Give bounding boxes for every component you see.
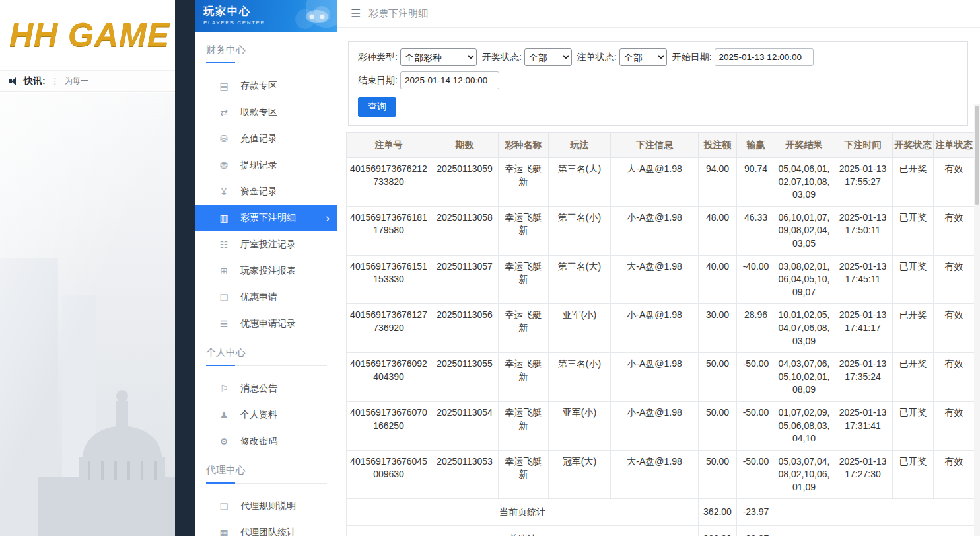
- sidebar-item-announcements[interactable]: ⚐消息公告: [195, 375, 337, 402]
- cell-win-loss: -40.00: [737, 255, 775, 304]
- summary-label: 总统计: [347, 526, 699, 536]
- screen: HH GAME 快讯: ⋮ 为每一—: [0, 0, 980, 536]
- cell-order-status: 有效: [934, 401, 975, 450]
- cell-play-type: 第三名(大): [549, 255, 611, 304]
- cell-bet-time: 2025-01-13 17:27:30: [833, 450, 893, 499]
- summary-filler: [775, 499, 975, 526]
- start-date-label: 开始日期:: [672, 52, 712, 63]
- sidebar-item-change-password[interactable]: ⚙修改密码: [195, 428, 337, 455]
- sidebar-item-withdrawal-records[interactable]: ⛃提现记录: [195, 152, 337, 178]
- lottery-type-filter: 彩种类型: 全部彩种: [358, 48, 477, 66]
- cell-lottery-name: 幸运飞艇新: [499, 255, 549, 304]
- order-status-select[interactable]: 全部: [619, 48, 667, 66]
- cell-lottery-name: 幸运飞艇新: [499, 353, 549, 402]
- lottery-bet-details-icon: ▥: [218, 213, 230, 223]
- cell-play-type: 第三名(小): [549, 353, 611, 402]
- col-header-order-status: 注单状态: [934, 133, 975, 158]
- table-row: 40156917367607016625020250113054幸运飞艇新亚军(…: [347, 401, 975, 450]
- cell-win-loss: -50.00: [737, 450, 775, 499]
- summary-filler: [775, 526, 975, 536]
- cell-lottery-name: 幸运飞艇新: [499, 401, 549, 450]
- sidebar-item-lottery-bet-details[interactable]: ▥彩票下注明细›: [195, 205, 337, 231]
- sidebar-item-fund-records[interactable]: ¥资金记录: [195, 178, 337, 205]
- table-row: 40156917367615115333020250113057幸运飞艇新第三名…: [347, 255, 975, 304]
- cell-draw-status: 已开奖: [893, 450, 934, 499]
- withdraw-zone-icon: ⇄: [218, 107, 230, 118]
- sidebar-nav: 财务中心▤存款专区⇄取款专区⛁充值记录⛃提现记录¥资金记录▥彩票下注明细›☷厅室…: [195, 32, 337, 536]
- cell-bet-amount: 94.00: [699, 158, 737, 207]
- cell-bet-info: 小-A盘@1.98: [611, 401, 699, 450]
- col-header-bet-amount: 投注额: [699, 133, 737, 158]
- cell-period: 20250113059: [431, 158, 499, 207]
- order-status-label: 注单状态:: [577, 52, 617, 63]
- capitol-illustration: [0, 258, 175, 536]
- sidebar-item-promo-apply-records[interactable]: ☰优惠申请记录: [195, 311, 337, 337]
- sidebar-item-label: 消息公告: [240, 383, 277, 395]
- filter-row: 彩种类型: 全部彩种 开奖状态: 全部 注单状态: 全部: [358, 48, 958, 89]
- start-date-input[interactable]: [715, 48, 814, 66]
- cell-play-type: 第三名(大): [549, 158, 611, 207]
- cell-draw-result: 04,03,07,06,05,10,02,01,08,09: [775, 353, 833, 402]
- change-password-icon: ⚙: [218, 436, 230, 447]
- draw-status-label: 开奖状态:: [482, 52, 522, 63]
- table-row: 40156917367618117958020250113058幸运飞艇新第三名…: [347, 206, 975, 255]
- sidebar-item-agent-team-stats[interactable]: ▦代理团队统计: [195, 519, 337, 536]
- cell-period: 20250113055: [431, 353, 499, 402]
- sidebar-item-promo-apply[interactable]: ❏优惠申请: [195, 284, 337, 311]
- cell-bet-amount: 48.00: [699, 206, 737, 255]
- cell-bet-info: 小-A盘@1.98: [611, 206, 699, 255]
- search-button[interactable]: 查询: [358, 97, 396, 117]
- summary-bet-total: 362.00: [699, 499, 737, 526]
- end-date-input[interactable]: [400, 71, 499, 89]
- chevron-right-icon: ›: [326, 212, 330, 224]
- col-header-win-loss: 输赢: [737, 133, 775, 158]
- main-panel: ☰ 彩票下注明细 彩种类型: 全部彩种 开奖状态: 全部 注单状态: [337, 0, 980, 536]
- cell-bet-info: 大-A盘@1.98: [611, 158, 699, 207]
- profile-icon: ♟: [218, 410, 230, 420]
- sidebar-item-agent-rules[interactable]: ❏代理规则说明: [195, 493, 337, 519]
- ticker-label: 快讯:: [24, 75, 46, 87]
- cell-order-status: 有效: [934, 304, 975, 353]
- sidebar-item-hall-bet-records[interactable]: ☷厅室投注记录: [195, 231, 337, 258]
- cell-bet-info: 大-A盘@1.98: [611, 255, 699, 304]
- sidebar-section-title: 财务中心: [206, 44, 327, 63]
- sidebar-item-deposit-zone[interactable]: ▤存款专区: [195, 73, 337, 99]
- table-row: 40156917367604500963020250113053幸运飞艇新冠军(…: [347, 450, 975, 499]
- filter-button-row: 查询: [358, 97, 958, 117]
- sidebar-item-label: 优惠申请: [240, 291, 277, 303]
- sidebar-item-profile[interactable]: ♟个人资料: [195, 402, 337, 428]
- col-header-draw-result: 开奖结果: [775, 133, 833, 158]
- hall-bet-records-icon: ☷: [218, 239, 230, 250]
- scrollbar-thumb[interactable]: [975, 106, 979, 205]
- menu-toggle-icon[interactable]: ☰: [351, 7, 361, 20]
- sidebar-item-player-bet-report[interactable]: ⊞玩家投注报表: [195, 258, 337, 284]
- filter-panel: 彩种类型: 全部彩种 开奖状态: 全部 注单状态: 全部: [348, 41, 968, 126]
- fund-records-icon: ¥: [218, 186, 230, 197]
- cell-win-loss: -50.00: [737, 401, 775, 450]
- sidebar-item-label: 个人资料: [240, 409, 277, 421]
- speaker-icon: [9, 77, 18, 86]
- cell-lottery-name: 幸运飞艇新: [499, 450, 549, 499]
- cell-lottery-name: 幸运飞艇新: [499, 158, 549, 207]
- agent-rules-icon: ❏: [218, 501, 230, 512]
- vertical-scrollbar[interactable]: [974, 104, 980, 536]
- sidebar-section-title: 代理中心: [206, 464, 327, 484]
- cell-draw-result: 10,01,02,05,04,07,06,08,03,09: [775, 304, 833, 353]
- cell-play-type: 冠军(大): [549, 450, 611, 499]
- cell-bet-time: 2025-01-13 17:50:11: [833, 206, 893, 255]
- ticker-text[interactable]: 为每一—: [65, 75, 96, 87]
- page-title: 彩票下注明细: [368, 7, 428, 20]
- cell-bet-amount: 30.00: [699, 304, 737, 353]
- end-date-label: 结束日期:: [358, 75, 398, 87]
- cell-period: 20250113058: [431, 206, 499, 255]
- cell-bet-info: 大-A盘@1.98: [611, 450, 699, 499]
- promo-apply-icon: ❏: [218, 292, 230, 303]
- lottery-type-select[interactable]: 全部彩种: [400, 48, 477, 66]
- sidebar-item-withdraw-zone[interactable]: ⇄取款专区: [195, 99, 337, 126]
- draw-status-select[interactable]: 全部: [524, 48, 572, 66]
- bet-table-body: 40156917367621273382020250113059幸运飞艇新第三名…: [347, 158, 975, 536]
- cell-bet-info: 小-A盘@1.98: [611, 304, 699, 353]
- sidebar-item-recharge-records[interactable]: ⛁充值记录: [195, 126, 337, 152]
- col-header-bet-time: 下注时间: [833, 133, 893, 158]
- cell-period: 20250113056: [431, 304, 499, 353]
